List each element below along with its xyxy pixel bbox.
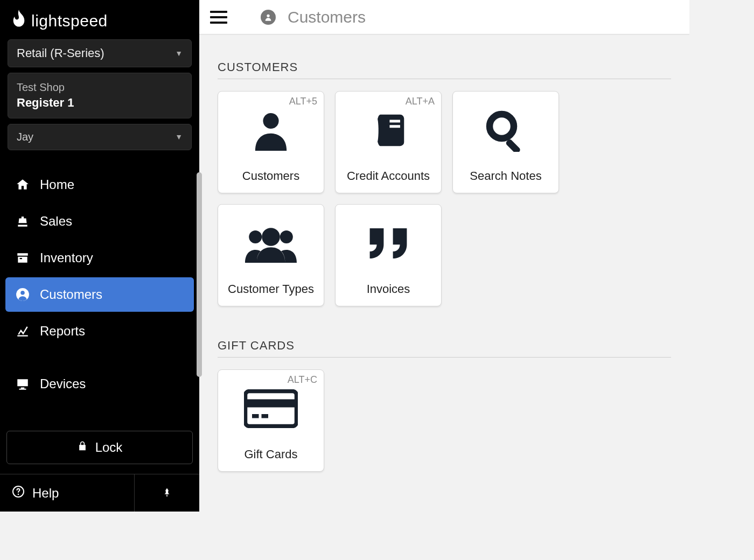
nav-devices-label: Devices: [40, 376, 86, 391]
sidebar-nav: Home Sales Inventory Customers: [0, 167, 199, 425]
tile-label: Invoices: [364, 275, 414, 306]
shortcut-label: ALT+5: [289, 96, 317, 107]
shop-name: Test Shop: [17, 80, 74, 95]
brand-logo: lightspeed: [0, 0, 199, 39]
nav-reports-label: Reports: [40, 324, 85, 339]
tile-customer-types[interactable]: Customer Types: [218, 204, 324, 306]
product-selector[interactable]: Retail (R-Series) ▼: [8, 39, 192, 67]
svg-point-5: [263, 113, 278, 129]
svg-rect-13: [252, 414, 259, 418]
tile-invoices[interactable]: Invoices: [335, 204, 442, 306]
svg-point-9: [249, 230, 262, 243]
pin-button[interactable]: [135, 474, 199, 512]
nav-devices[interactable]: Devices: [5, 367, 194, 401]
nav-home[interactable]: Home: [5, 167, 194, 202]
svg-rect-12: [246, 400, 297, 408]
nav-customers[interactable]: Customers: [5, 277, 194, 312]
lock-icon: [77, 440, 88, 455]
people-icon: [245, 212, 297, 275]
svg-rect-11: [246, 391, 297, 426]
nav-sales-label: Sales: [40, 214, 72, 229]
tile-label: Customers: [239, 162, 303, 193]
tile-customers[interactable]: ALT+5 Customers: [218, 91, 324, 193]
tile-label: Gift Cards: [241, 440, 301, 471]
flame-icon: [11, 10, 27, 32]
svg-rect-14: [262, 414, 269, 418]
svg-point-1: [20, 291, 25, 295]
hamburger-button[interactable]: [210, 9, 227, 26]
help-label: Help: [32, 486, 59, 501]
shortcut-label: ALT+A: [406, 96, 435, 107]
search-icon: [484, 99, 527, 162]
main: Customers CUSTOMERS ALT+5 Customers ALT+…: [199, 0, 689, 512]
sidebar: lightspeed Retail (R-Series) ▼ Test Shop…: [0, 0, 199, 512]
section-title-customers: CUSTOMERS: [218, 60, 671, 79]
section-title-gift-cards: GIFT CARDS: [218, 339, 671, 358]
nav-reports[interactable]: Reports: [5, 314, 194, 348]
help-icon: [12, 485, 25, 501]
shortcut-label: ALT+C: [288, 374, 317, 386]
pin-icon: [162, 486, 172, 500]
svg-point-10: [280, 230, 293, 243]
nav-inventory-label: Inventory: [40, 250, 93, 265]
book-icon: [367, 99, 409, 162]
chevron-down-icon: ▼: [175, 49, 183, 58]
svg-point-3: [18, 493, 19, 495]
home-icon: [15, 177, 30, 192]
nav-customers-label: Customers: [40, 287, 102, 302]
user-selector-label: Jay: [17, 131, 33, 143]
person-icon: [252, 99, 290, 162]
register-name: Register 1: [17, 96, 74, 109]
person-circle-icon: [15, 287, 30, 302]
svg-point-8: [262, 228, 280, 246]
content-area: CUSTOMERS ALT+5 Customers ALT+A Credit A…: [199, 34, 689, 512]
tile-label: Customer Types: [225, 275, 317, 306]
brand-name: lightspeed: [31, 12, 108, 30]
lock-button-label: Lock: [95, 440, 123, 455]
scrollbar[interactable]: [197, 172, 202, 377]
quote-icon: [365, 212, 411, 275]
user-selector[interactable]: Jay ▼: [8, 124, 192, 150]
nav-inventory[interactable]: Inventory: [5, 241, 194, 275]
tile-search-notes[interactable]: Search Notes: [452, 91, 559, 193]
page-title: Customers: [288, 8, 366, 26]
help-button[interactable]: Help: [0, 474, 135, 512]
chevron-down-icon: ▼: [175, 132, 183, 141]
svg-point-6: [490, 114, 514, 138]
product-selector-label: Retail (R-Series): [17, 46, 104, 60]
card-icon: [244, 377, 298, 440]
chart-icon: [15, 324, 30, 339]
tile-credit-accounts[interactable]: ALT+A Credit Accounts: [335, 91, 442, 193]
register-icon: [15, 214, 30, 229]
gift-cards-tile-grid: ALT+C Gift Cards: [218, 369, 671, 472]
shop-register-selector[interactable]: Test Shop Register 1: [8, 73, 192, 118]
tile-label: Credit Accounts: [344, 162, 433, 193]
customers-tile-grid: ALT+5 Customers ALT+A Credit Accounts: [218, 91, 671, 306]
avatar-icon: [261, 10, 276, 25]
topbar: Customers: [199, 0, 689, 34]
tile-label: Search Notes: [466, 162, 544, 193]
tile-gift-cards[interactable]: ALT+C Gift Cards: [218, 369, 324, 472]
svg-point-4: [267, 14, 269, 17]
nav-sales[interactable]: Sales: [5, 204, 194, 239]
box-icon: [15, 250, 30, 265]
nav-home-label: Home: [40, 177, 74, 192]
lock-button[interactable]: Lock: [6, 431, 193, 464]
monitor-icon: [15, 376, 30, 391]
